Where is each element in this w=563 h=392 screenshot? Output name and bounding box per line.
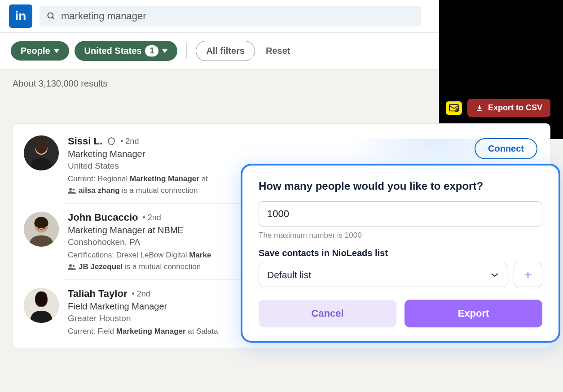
connection-degree: • 2nd: [120, 137, 139, 146]
modal-heading: How many people would you like to export…: [259, 180, 542, 192]
export-button[interactable]: Export: [405, 300, 542, 327]
list-select-value: Default list: [267, 270, 311, 280]
search-input[interactable]: [61, 10, 414, 22]
chevron-down-icon: [491, 273, 499, 277]
person-name[interactable]: John Bucaccio: [68, 212, 138, 223]
filter-location-count: 1: [145, 45, 158, 57]
svg-point-7: [69, 188, 72, 191]
person-name[interactable]: Taliah Taylor: [68, 288, 127, 300]
plus-icon: +: [524, 267, 532, 283]
results-count: About 3,130,000 results: [13, 78, 550, 89]
caret-down-icon: [162, 49, 167, 53]
all-filters-label: All filters: [206, 46, 245, 56]
modal-hint: The maximum number is 1000: [259, 231, 542, 240]
save-list-label: Save contacts in NioLeads list: [259, 248, 542, 258]
people-icon: [68, 187, 76, 194]
person-name[interactable]: Sissi L.: [68, 135, 102, 147]
connection-degree: • 2nd: [132, 289, 150, 299]
cancel-button[interactable]: Cancel: [259, 300, 396, 327]
search-input-wrap[interactable]: [40, 6, 421, 26]
filter-people[interactable]: People: [11, 41, 69, 61]
svg-point-8: [73, 189, 75, 191]
verified-icon: [107, 137, 116, 146]
divider: [186, 43, 187, 59]
connection-degree: • 2nd: [142, 213, 161, 222]
filter-location[interactable]: United States 1: [75, 41, 178, 61]
connect-button[interactable]: Connect: [475, 138, 537, 159]
svg-point-12: [73, 265, 75, 267]
download-icon: [475, 104, 484, 112]
filter-people-label: People: [21, 46, 50, 56]
reset-link[interactable]: Reset: [266, 46, 290, 56]
add-list-button[interactable]: +: [514, 263, 542, 287]
export-modal: How many people would you like to export…: [241, 164, 560, 343]
linkedin-logo[interactable]: in: [9, 4, 32, 28]
avatar[interactable]: [24, 288, 59, 323]
avatar[interactable]: [24, 135, 59, 170]
all-filters-button[interactable]: All filters: [196, 41, 255, 61]
search-icon: [47, 12, 56, 21]
nioleads-icon[interactable]: [446, 101, 462, 115]
export-count-input[interactable]: [259, 201, 542, 226]
svg-point-11: [69, 264, 72, 267]
caret-down-icon: [54, 49, 59, 53]
filter-location-label: United States: [84, 46, 142, 56]
people-icon: [68, 264, 76, 270]
list-select[interactable]: Default list: [259, 263, 507, 287]
svg-line-1: [53, 17, 54, 19]
export-csv-button[interactable]: Export to CSV: [467, 99, 550, 117]
export-csv-label: Export to CSV: [488, 103, 542, 113]
export-row: Export to CSV: [13, 99, 550, 117]
svg-point-0: [48, 13, 53, 18]
avatar[interactable]: [24, 212, 59, 247]
person-title: Marketing Manager: [68, 149, 539, 159]
search-bar: [40, 6, 421, 26]
